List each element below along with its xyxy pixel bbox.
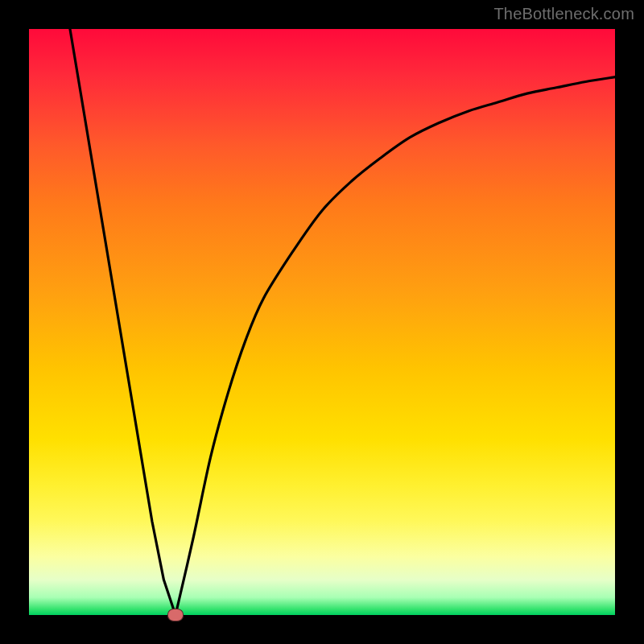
curve-svg: [29, 29, 615, 615]
chart-frame: TheBottleneck.com: [0, 0, 644, 644]
curve-path: [70, 29, 615, 615]
watermark-text: TheBottleneck.com: [493, 5, 634, 23]
min-marker: [167, 609, 184, 621]
plot-area: [29, 29, 615, 615]
